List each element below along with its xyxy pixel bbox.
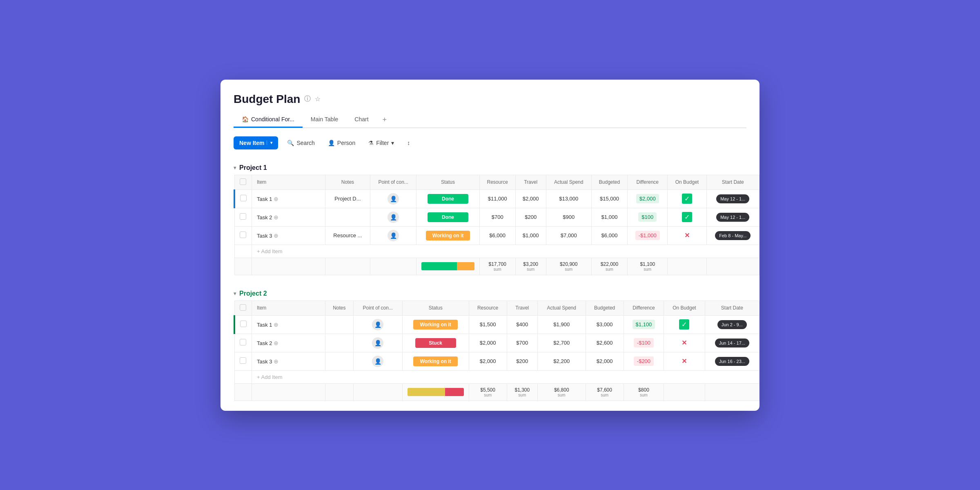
task-name[interactable]: Task 1 ⊕ bbox=[252, 189, 325, 208]
app-window: Budget Plan ⓘ ☆ 🏠 Conditional For... Mai… bbox=[220, 80, 760, 411]
col-checkbox-2 bbox=[234, 301, 252, 315]
project1-table: Item Notes Point of con... Status Resour… bbox=[234, 175, 760, 275]
col-poc-1: Point of con... bbox=[370, 175, 416, 189]
sum-budgeted-1: $22,000 sum bbox=[591, 258, 627, 275]
row-checkbox[interactable] bbox=[234, 208, 252, 226]
info-button[interactable]: ⓘ bbox=[304, 95, 311, 103]
star-button[interactable]: ☆ bbox=[315, 95, 321, 103]
person-button[interactable]: 👤 Person bbox=[324, 137, 359, 149]
task-onbudget: ✕ bbox=[664, 352, 705, 370]
project2-summary-row: $5,500 sum $1,300 sum $6,800 sum $7,600 … bbox=[234, 383, 760, 401]
task-name[interactable]: Task 1 ⊕ bbox=[252, 315, 325, 334]
star-icon: ☆ bbox=[315, 95, 321, 103]
col-startdate-2: Start Date bbox=[705, 301, 759, 315]
task-notes[interactable] bbox=[325, 334, 354, 352]
add-subitem-icon[interactable]: ⊕ bbox=[274, 232, 278, 239]
col-budgeted-2: Budgeted bbox=[586, 301, 624, 315]
task-poc[interactable]: 👤 bbox=[353, 315, 402, 334]
task-budgeted: $15,000 bbox=[591, 189, 627, 208]
page-title: Budget Plan bbox=[234, 93, 300, 106]
sort-button[interactable]: ↕ bbox=[403, 137, 414, 149]
project2-header-row: Item Notes Point of con... Status Resour… bbox=[234, 301, 760, 315]
task-actual: $2,700 bbox=[537, 334, 586, 352]
row-checkbox[interactable] bbox=[234, 315, 252, 334]
header-checkbox-2[interactable] bbox=[240, 304, 246, 311]
tab-add-button[interactable]: + bbox=[377, 112, 393, 127]
sum-resource-1: $17,700 sum bbox=[479, 258, 515, 275]
tabs-row: 🏠 Conditional For... Main Table Chart + bbox=[234, 112, 746, 128]
sum-actual-1: $20,900 sum bbox=[546, 258, 591, 275]
add-item-label[interactable]: + Add Item bbox=[252, 245, 760, 258]
task-travel: $400 bbox=[507, 315, 537, 334]
task-budgeted: $6,000 bbox=[591, 226, 627, 245]
add-subitem-icon[interactable]: ⊕ bbox=[274, 214, 278, 220]
row-checkbox[interactable] bbox=[234, 352, 252, 370]
task-notes[interactable] bbox=[325, 352, 354, 370]
col-startdate-1: Start Date bbox=[706, 175, 759, 189]
task-onbudget: ✕ bbox=[668, 226, 706, 245]
task-name[interactable]: Task 2 ⊕ bbox=[252, 208, 325, 226]
col-budgeted-1: Budgeted bbox=[591, 175, 627, 189]
task-startdate: Jun 14 - 17... bbox=[705, 334, 759, 352]
task-status[interactable]: Working on it bbox=[416, 226, 479, 245]
avatar: 👤 bbox=[372, 319, 383, 330]
add-item-row-2[interactable]: + Add Item bbox=[234, 370, 760, 383]
title-row: Budget Plan ⓘ ☆ bbox=[234, 93, 746, 106]
col-poc-2: Point of con... bbox=[353, 301, 402, 315]
add-subitem-icon[interactable]: ⊕ bbox=[274, 321, 278, 328]
task-poc[interactable]: 👤 bbox=[370, 226, 416, 245]
task-notes[interactable]: Project D... bbox=[325, 189, 370, 208]
task-notes[interactable] bbox=[325, 208, 370, 226]
row-checkbox[interactable] bbox=[234, 226, 252, 245]
search-icon: 🔍 bbox=[287, 140, 294, 146]
search-button[interactable]: 🔍 Search bbox=[283, 137, 318, 149]
project2-section: ▾ Project 2 Item Notes Point of con... S… bbox=[220, 285, 760, 401]
task-travel: $200 bbox=[507, 352, 537, 370]
tab-main-table[interactable]: Main Table bbox=[303, 113, 346, 128]
task-diff: -$200 bbox=[624, 352, 664, 370]
tab-conditional[interactable]: 🏠 Conditional For... bbox=[234, 113, 303, 128]
avatar: 👤 bbox=[388, 193, 399, 205]
sum-diff-2: $800 sum bbox=[624, 383, 664, 401]
row-checkbox[interactable] bbox=[234, 334, 252, 352]
task-status[interactable]: Stuck bbox=[402, 334, 469, 352]
task-startdate: Jun 2 - 9... bbox=[705, 315, 759, 334]
tab-chart[interactable]: Chart bbox=[346, 113, 376, 128]
project2-chevron-icon: ▾ bbox=[234, 291, 236, 296]
task-name[interactable]: Task 3 ⊕ bbox=[252, 226, 325, 245]
task-notes[interactable]: Resource ... bbox=[325, 226, 370, 245]
add-item-row[interactable]: + Add Item bbox=[234, 245, 760, 258]
filter-button[interactable]: ⚗ Filter ▾ bbox=[364, 137, 398, 149]
task-status[interactable]: Done bbox=[416, 208, 479, 226]
task-name[interactable]: Task 2 ⊕ bbox=[252, 334, 325, 352]
task-poc[interactable]: 👤 bbox=[370, 189, 416, 208]
task-poc[interactable]: 👤 bbox=[370, 208, 416, 226]
task-diff: -$100 bbox=[624, 334, 664, 352]
task-actual: $2,200 bbox=[537, 352, 586, 370]
project2-table: Item Notes Point of con... Status Resour… bbox=[234, 301, 760, 401]
task-status[interactable]: Working on it bbox=[402, 315, 469, 334]
project2-header[interactable]: ▾ Project 2 bbox=[234, 285, 760, 301]
task-status[interactable]: Done bbox=[416, 189, 479, 208]
row-checkbox[interactable] bbox=[234, 189, 252, 208]
project1-progress-bar bbox=[421, 262, 474, 270]
add-subitem-icon[interactable]: ⊕ bbox=[274, 340, 278, 346]
col-diff-1: Difference bbox=[628, 175, 668, 189]
task-poc[interactable]: 👤 bbox=[353, 334, 402, 352]
project1-header[interactable]: ▾ Project 1 bbox=[234, 159, 760, 175]
header-checkbox[interactable] bbox=[240, 178, 246, 185]
project2-progress-bar bbox=[408, 388, 464, 396]
progress-orange-segment bbox=[457, 262, 474, 270]
task-notes[interactable] bbox=[325, 315, 354, 334]
col-status-1: Status bbox=[416, 175, 479, 189]
add-subitem-icon[interactable]: ⊕ bbox=[274, 196, 278, 202]
task-name[interactable]: Task 3 ⊕ bbox=[252, 352, 325, 370]
new-item-button[interactable]: New Item ▾ bbox=[234, 136, 278, 149]
add-item-label-2[interactable]: + Add Item bbox=[252, 370, 760, 383]
task-onbudget: ✓ bbox=[668, 208, 706, 226]
col-travel-1: Travel bbox=[515, 175, 546, 189]
chevron-down-icon: ▾ bbox=[267, 140, 272, 145]
task-poc[interactable]: 👤 bbox=[353, 352, 402, 370]
task-status[interactable]: Working on it bbox=[402, 352, 469, 370]
add-subitem-icon[interactable]: ⊕ bbox=[274, 358, 278, 365]
